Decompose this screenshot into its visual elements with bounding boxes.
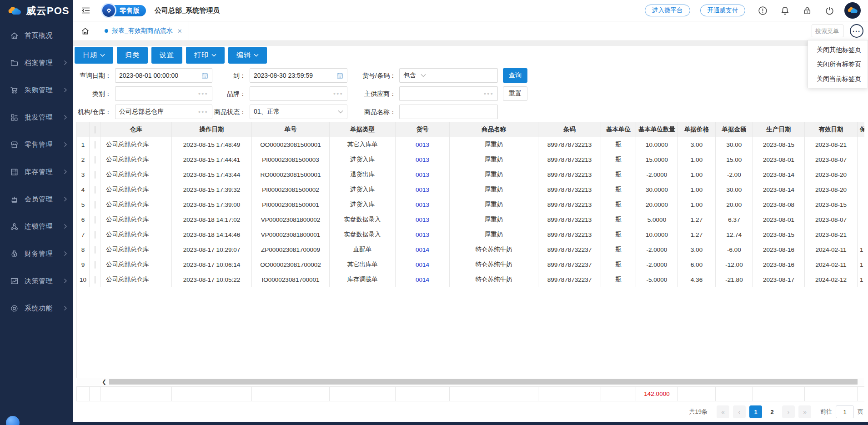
cell-doc_type: 其它出库单	[330, 257, 396, 272]
row-checkbox[interactable]	[95, 201, 95, 209]
collapse-sidebar-icon[interactable]	[81, 6, 91, 15]
notification-bell-icon[interactable]	[780, 6, 790, 15]
cell-amount: -21.80	[716, 272, 753, 287]
cell-unit: 瓶	[601, 272, 636, 287]
row-checkbox[interactable]	[95, 216, 95, 224]
sku-link[interactable]: 0013	[416, 231, 429, 238]
cell-warehouse: 公司总部总仓库	[100, 242, 172, 257]
edition-badge-label: 零售版	[120, 7, 140, 15]
reset-button[interactable]: 重置	[503, 86, 527, 101]
cell-doc_type: 进货入库	[330, 182, 396, 197]
row-checkbox[interactable]	[95, 171, 95, 179]
column-header: 条码	[538, 122, 601, 137]
table-header-row: 仓库操作日期单号单据类型货号商品名称条码基本单位基本单位数量单据价格单据金额生产…	[77, 122, 865, 137]
sku-link[interactable]: 0013	[416, 201, 429, 208]
tab-more-button[interactable]: ···	[850, 24, 863, 38]
summary-cell	[450, 387, 538, 401]
cell-sku: 0014	[396, 257, 450, 272]
sidebar-item-system[interactable]: 系统功能	[0, 295, 73, 322]
page-button-2[interactable]: 2	[766, 405, 778, 418]
sku-link[interactable]: 0013	[416, 156, 429, 163]
sidebar-item-retail[interactable]: 零售管理	[0, 131, 73, 158]
picker-dots-icon[interactable]: ●●●	[484, 91, 494, 96]
query-button[interactable]: 查询	[503, 68, 527, 83]
sidebar-item-chain[interactable]: 连锁管理	[0, 213, 73, 240]
sku-link[interactable]: 0013	[416, 216, 429, 223]
cell-op_date: 2023-08-17 10:05:22	[172, 272, 252, 287]
row-checkbox[interactable]	[95, 141, 95, 149]
member-icon	[10, 195, 19, 204]
sidebar-item-archive[interactable]: 档案管理	[0, 49, 73, 76]
tab-close-icon[interactable]: ✕	[177, 28, 182, 35]
sidebar-item-home[interactable]: 首页概况	[0, 22, 73, 49]
open-wei-pay-button[interactable]: 开通威支付	[700, 5, 746, 16]
scrollbar-thumb[interactable]	[109, 379, 858, 385]
table-row: 8公司总部总仓库2023-08-17 10:29:07ZP00002308170…	[77, 242, 865, 257]
first-page-button[interactable]: «	[717, 405, 729, 418]
cell-sku: 0014	[396, 242, 450, 257]
menu-item-close-current-tab[interactable]: 关闭当前标签页	[808, 71, 868, 86]
cell-qty: 30.0000	[636, 182, 678, 197]
power-icon[interactable]	[825, 6, 834, 15]
table-row: 5公司总部总仓库2023-08-15 17:39:00PI00002308150…	[77, 197, 865, 212]
chevron-right-icon	[64, 251, 67, 256]
next-page-button[interactable]: ›	[782, 405, 795, 418]
row-number: 2	[77, 152, 90, 167]
sku-link[interactable]: 0013	[416, 186, 429, 193]
cell-doc_no: OO000023081700002	[252, 257, 330, 272]
cell-qty: 10.0000	[636, 137, 678, 152]
cell-amount: 30.00	[716, 137, 753, 152]
home-tab-icon[interactable]	[81, 27, 90, 35]
product-status-label: 商品状态：	[182, 105, 246, 119]
row-checkbox[interactable]	[95, 156, 95, 164]
cell-product: 特仑苏纯牛奶	[450, 242, 538, 257]
enter-micro-platform-button[interactable]: 进入微平台	[645, 5, 690, 16]
help-icon[interactable]	[758, 6, 768, 15]
cell-shelf_life	[858, 137, 865, 152]
sku-link[interactable]: 0014	[416, 246, 429, 253]
sku-link[interactable]: 0014	[416, 261, 429, 268]
row-checkbox[interactable]	[95, 231, 95, 239]
menu-item-close-other-tabs[interactable]: 关闭其他标签页	[808, 42, 868, 57]
match-mode-select[interactable]: 包含	[403, 71, 416, 80]
menu-search-input[interactable]	[812, 25, 843, 37]
finance-icon	[10, 250, 19, 258]
cell-price: 3.00	[678, 242, 716, 257]
last-page-button[interactable]: »	[798, 405, 811, 418]
select-all-checkbox[interactable]	[95, 126, 95, 134]
row-number: 3	[77, 167, 90, 182]
sku-link[interactable]: 0013	[416, 141, 429, 148]
sidebar-item-decision[interactable]: 决策管理	[0, 267, 73, 295]
row-checkbox[interactable]	[95, 276, 95, 284]
cell-shelf_life	[858, 167, 865, 182]
sidebar-item-wholesale[interactable]: 批发管理	[0, 104, 73, 131]
goto-page-input[interactable]	[836, 405, 854, 418]
row-checkbox[interactable]	[95, 186, 95, 194]
row-checkbox[interactable]	[95, 246, 95, 254]
sku-link[interactable]: 0014	[416, 276, 429, 283]
product-name-input[interactable]	[399, 105, 498, 119]
sidebar-item-purchase[interactable]: 采购管理	[0, 76, 73, 104]
chevron-right-icon	[64, 115, 67, 120]
cell-shelf_life: 1	[858, 257, 865, 272]
horizontal-scrollbar[interactable]: ❮	[76, 378, 864, 385]
sidebar-item-inventory[interactable]: 库存管理	[0, 158, 73, 185]
sku-barcode-input[interactable]: 包含	[399, 68, 498, 83]
row-select	[90, 272, 100, 287]
scroll-left-icon[interactable]: ❮	[100, 378, 108, 385]
sidebar-item-finance[interactable]: 财务管理	[0, 240, 73, 267]
cell-price: 1.00	[678, 182, 716, 197]
user-avatar[interactable]	[844, 2, 861, 19]
page-button-1[interactable]: 1	[749, 405, 762, 418]
menu-item-close-all-tabs[interactable]: 关闭所有标签页	[808, 57, 868, 71]
cell-amount: 15.00	[716, 152, 753, 167]
cell-amount: -6.00	[716, 242, 753, 257]
sidebar-item-member[interactable]: 会员管理	[0, 185, 73, 213]
prev-page-button[interactable]: ‹	[733, 405, 746, 418]
sku-link[interactable]: 0013	[416, 171, 429, 178]
supplier-input[interactable]: ●●●	[399, 86, 498, 101]
lock-icon[interactable]	[803, 6, 812, 15]
cell-warehouse: 公司总部总仓库	[100, 197, 172, 212]
tab-report-valid-period-flow[interactable]: 报表_有效期商品流水 ✕	[98, 21, 189, 40]
row-checkbox[interactable]	[95, 261, 95, 269]
